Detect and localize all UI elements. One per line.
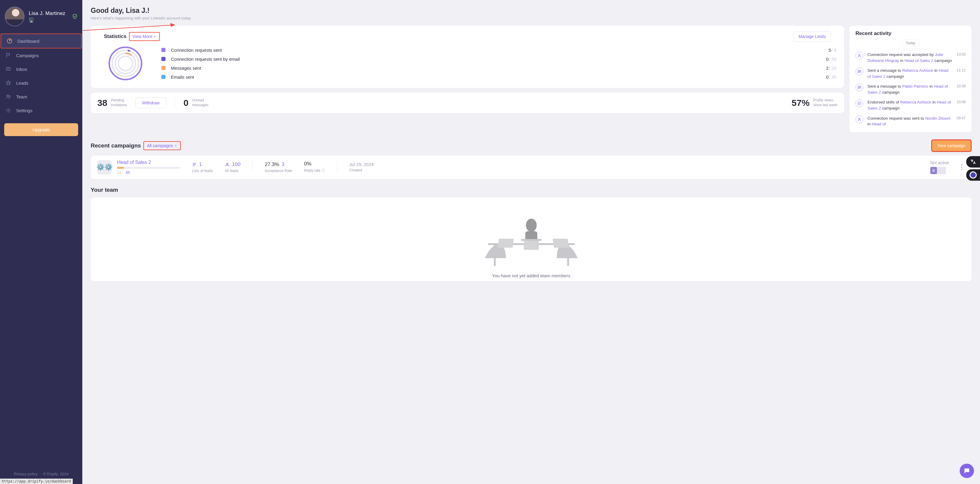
campaign-status: Not active ⏸ xyxy=(930,160,949,174)
privacy-link[interactable]: Privacy policy xyxy=(14,472,37,476)
chat-bubble-icon xyxy=(963,467,970,474)
info-icon[interactable]: ⓘ xyxy=(321,168,325,173)
pie-icon xyxy=(6,38,13,44)
activity-text: Connection request was accepted by Julie… xyxy=(867,52,953,63)
stat-value: 5/ 5 xyxy=(829,48,836,52)
sidebar-item-label: Inbox xyxy=(16,67,27,72)
activity-person-link[interactable]: Rebecca Ashlock xyxy=(900,100,932,105)
sidebar-item-label: Leads xyxy=(16,81,29,86)
campaign-name[interactable]: Head of Sales 2 xyxy=(117,160,180,165)
recent-activity-title: Recent activity xyxy=(856,30,966,36)
user-badge-icon: 🖥️ xyxy=(29,17,65,22)
kebab-icon[interactable]: ⋮ xyxy=(958,163,965,171)
stat-label: Messages sent xyxy=(171,65,201,71)
svg-point-16 xyxy=(226,163,228,164)
activity-person-link[interactable]: Nordin Zitouni xyxy=(925,116,950,121)
stat-color-dot xyxy=(161,75,165,79)
sidebar: Lisa J. Martinez 🖥️ Dashboard Campaigns … xyxy=(0,0,82,484)
svg-rect-25 xyxy=(552,239,569,248)
chevron-right-icon xyxy=(174,144,177,147)
activity-text: Sent a message to Rebecca Ashlock in Hea… xyxy=(867,68,953,79)
user-name: Lisa J. Martinez xyxy=(29,11,65,16)
activity-time: 10:08 xyxy=(957,99,966,111)
stat-value: 2/ 20 xyxy=(826,65,836,71)
withdraw-button[interactable]: Withdraw xyxy=(135,97,166,108)
stat-label: Connection requests sent xyxy=(171,48,222,52)
manage-limits-button[interactable]: Manage Limits xyxy=(794,31,831,42)
svg-point-14 xyxy=(858,102,861,105)
stat-color-dot xyxy=(161,66,165,70)
chat-widget-button[interactable] xyxy=(959,463,974,478)
team-empty-panel: You have not yet added team members xyxy=(91,197,972,281)
sidebar-item-leads[interactable]: Leads xyxy=(0,76,82,90)
sidebar-item-inbox[interactable]: Inbox xyxy=(0,62,82,76)
sidebar-item-label: Settings xyxy=(16,108,32,113)
kpi-label: Unread messages xyxy=(192,98,208,107)
activity-time: 13:03 xyxy=(957,52,966,63)
kpi-panel: 38 Pending invitations Withdraw 0 Unread… xyxy=(91,93,844,113)
kpi-value: 57% xyxy=(792,98,810,108)
pause-icon: ⏸ xyxy=(930,167,937,174)
activity-item: Sent a message to Rebecca Ashlock in Hea… xyxy=(856,65,966,81)
stat-value: 0/ 20 xyxy=(826,75,836,79)
svg-point-8 xyxy=(112,50,138,76)
new-campaign-button[interactable]: New campaign xyxy=(931,140,972,152)
record-button[interactable] xyxy=(966,169,980,181)
upgrade-button[interactable]: Upgrade xyxy=(4,123,78,136)
all-campaigns-link[interactable]: All campaigns xyxy=(143,141,181,150)
translate-button[interactable] xyxy=(966,156,980,168)
main: Good day, Lisa J.! Here's what's happeni… xyxy=(82,0,980,484)
sidebar-footer: Privacy policy · © Dripify, 2024 xyxy=(0,472,82,476)
sidebar-item-team[interactable]: Team xyxy=(0,90,82,103)
campaign-toggle[interactable]: ⏸ xyxy=(930,167,946,174)
kpi-value: 0 xyxy=(183,98,189,108)
user-icon xyxy=(856,116,863,123)
nav: Dashboard Campaigns Inbox Leads Team Set… xyxy=(0,33,82,117)
sidebar-item-label: Team xyxy=(16,94,27,99)
activity-time: 11:11 xyxy=(957,68,966,79)
star-icon xyxy=(5,80,11,86)
sidebar-item-label: Campaigns xyxy=(16,53,39,58)
copyright: © Dripify, 2024 xyxy=(43,472,68,476)
view-more-link[interactable]: View More xyxy=(129,32,160,41)
activity-text: Endorsed skills of Rebecca Ashlock in He… xyxy=(867,99,953,111)
shield-icon xyxy=(72,14,78,21)
activity-campaign-link[interactable]: Head of xyxy=(872,122,886,126)
svg-point-12 xyxy=(118,56,133,71)
your-team-title: Your team xyxy=(91,187,972,193)
stat-value: 0/ 20 xyxy=(826,57,836,62)
check-icon xyxy=(856,99,863,107)
sidebar-item-campaigns[interactable]: Campaigns xyxy=(0,48,82,62)
activity-item: Connection request was sent to Nordin Zi… xyxy=(856,113,966,129)
campaign-row[interactable]: ⚙️⚙️ Head of Sales 2 11 89 1 Lists of le… xyxy=(91,156,972,179)
user-block: Lisa J. Martinez 🖥️ xyxy=(0,0,82,32)
chat-icon xyxy=(5,66,11,72)
stat-row: Connection requests sent by email0/ 20 xyxy=(161,57,836,62)
campaign-gear-icon: ⚙️⚙️ xyxy=(97,160,111,175)
progress-done: 11 xyxy=(117,170,121,175)
activity-person-link[interactable]: Pablo Palmino xyxy=(902,84,928,89)
activity-date-pill: Today xyxy=(901,40,920,47)
activity-person-link[interactable]: Rebecca Ashlock xyxy=(902,68,933,73)
metric-lists: 1 Lists of leads xyxy=(192,162,213,173)
activity-time: 09:47 xyxy=(957,116,966,127)
svg-point-7 xyxy=(109,47,142,79)
people-icon xyxy=(5,94,11,100)
sidebar-item-dashboard[interactable]: Dashboard xyxy=(1,33,82,48)
avatar[interactable] xyxy=(5,6,25,26)
recent-campaigns-title: Recent campaigns xyxy=(91,143,141,149)
activity-item: Endorsed skills of Rebecca Ashlock in He… xyxy=(856,97,966,113)
campaign-progress-bar xyxy=(117,167,180,169)
page-subtitle: Here's what's happening with your Linked… xyxy=(91,16,972,21)
activity-campaign-link[interactable]: Head of Sales 2 xyxy=(905,58,933,63)
greeting: Good day, Lisa J.! Here's what's happeni… xyxy=(91,6,972,21)
sidebar-item-settings[interactable]: Settings xyxy=(0,103,82,117)
list-icon xyxy=(192,162,197,167)
translate-icon xyxy=(970,159,976,165)
kpi-pending: 38 Pending invitations xyxy=(97,98,127,108)
user-icon xyxy=(225,162,229,167)
chat-icon xyxy=(856,68,863,75)
svg-point-20 xyxy=(526,219,537,232)
stat-label: Emails sent xyxy=(171,75,194,79)
statistics-panel: Statistics View More Manage Limits xyxy=(91,26,844,88)
